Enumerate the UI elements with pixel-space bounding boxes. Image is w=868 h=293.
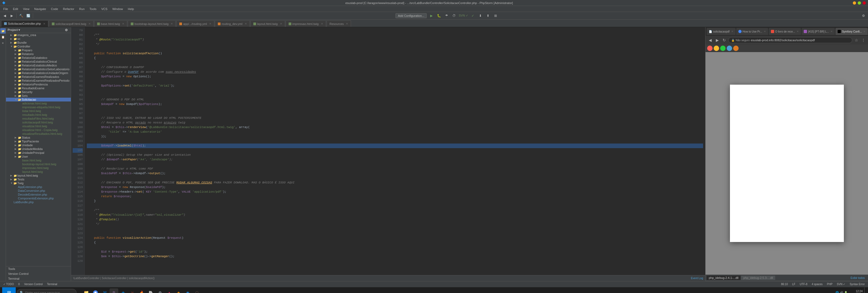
btn-green[interactable] bbox=[720, 46, 725, 51]
tab-close-btn[interactable]: ✕ bbox=[346, 22, 348, 25]
push-button[interactable]: ⬆ bbox=[485, 13, 491, 19]
browser-tab-415[interactable]: [415] [PT-BR] L... ✕ bbox=[802, 28, 835, 35]
tree-item-layout-twig[interactable]: layout.html.twig bbox=[6, 170, 71, 174]
browser-tab-close[interactable]: ✕ bbox=[863, 30, 866, 33]
close-button[interactable] bbox=[863, 1, 866, 5]
browser-forward-btn[interactable]: ▶ bbox=[714, 37, 720, 43]
debug-tab-1[interactable]: php_idebug-2.4.1-...dll bbox=[707, 276, 741, 280]
tree-item-imagens[interactable]: ▶📁imagens_crea bbox=[6, 33, 71, 37]
tab-close-btn[interactable]: ✕ bbox=[245, 22, 247, 25]
tree-item-resultado-html[interactable]: resultado.html.twig bbox=[6, 113, 71, 117]
browser-tab-close[interactable]: ✕ bbox=[831, 30, 833, 33]
btn-blue[interactable] bbox=[727, 46, 732, 51]
sidebar-version-control[interactable]: Version Control bbox=[6, 271, 71, 276]
run-button[interactable]: ▶ bbox=[428, 13, 434, 19]
show-desktop-btn[interactable] bbox=[864, 287, 866, 293]
debug-tab-2[interactable]: php_idebug-2.5.3-...dll bbox=[741, 276, 775, 280]
tree-item-user[interactable]: ▶📁User bbox=[6, 155, 71, 158]
menu-tools[interactable]: Tools bbox=[87, 7, 99, 11]
tab-resources[interactable]: Resources ✕ bbox=[327, 20, 351, 27]
browser-settings-btn[interactable]: ⋮ bbox=[860, 37, 866, 43]
minimize-button[interactable] bbox=[853, 1, 856, 5]
tree-item-vc[interactable]: ▶📁vc bbox=[6, 37, 71, 41]
tree-item-rel-medico[interactable]: ▶📁RelatorioEstatisticoMedico bbox=[6, 63, 71, 67]
menu-help[interactable]: Help bbox=[126, 7, 136, 11]
tree-item-base-twig[interactable]: base.html.twig bbox=[6, 158, 71, 162]
start-button[interactable]: ⊞ bbox=[2, 287, 16, 293]
taskbar-vscode-icon[interactable]: ◈ bbox=[119, 288, 127, 293]
tree-item-relatorio[interactable]: ▶📁Relatorio bbox=[6, 52, 71, 56]
tree-item-decode-extension[interactable]: DecodeExtension.php bbox=[6, 193, 71, 197]
taskbar-app9-icon[interactable]: ⚙ bbox=[156, 288, 164, 293]
btn-orange[interactable] bbox=[733, 46, 739, 51]
menu-navigate[interactable]: Navigate bbox=[32, 7, 48, 11]
tab-close-btn[interactable]: ✕ bbox=[209, 22, 211, 25]
tree-item-rel-clinica[interactable]: ▶📁RelatorioEstatisticoClinical bbox=[6, 60, 71, 63]
favorites-icon-tab[interactable]: ★ bbox=[0, 40, 6, 46]
browser-tab-close[interactable]: ✕ bbox=[797, 30, 799, 33]
maximize-button[interactable] bbox=[858, 1, 861, 5]
tab-solicitacao-controller[interactable]: SolicitacaoController.php ✕ bbox=[1, 20, 48, 27]
tree-item-impressao-etiqueta[interactable]: impressao-etiqueta.html.twig bbox=[6, 105, 71, 109]
taskbar-search[interactable]: 🔍 bbox=[17, 289, 76, 293]
profile-button[interactable]: ⏱ bbox=[451, 13, 457, 19]
tree-item-status[interactable]: ▶📁Status bbox=[6, 136, 71, 140]
taskbar-app7-icon[interactable]: 🔥 bbox=[137, 288, 146, 293]
status-terminal-btn[interactable]: Terminal bbox=[46, 283, 58, 286]
tab-bootstrap[interactable]: bootstrap-layout.html.twig ✕ bbox=[128, 20, 176, 27]
sidebar-terminal[interactable]: Terminal bbox=[6, 276, 71, 281]
tree-item-app-extension[interactable]: AppExtension.php bbox=[6, 185, 71, 189]
menu-code[interactable]: Code bbox=[49, 7, 60, 11]
address-bar[interactable]: 🔒 Não seguro esuslab-prod.info:8082/soli… bbox=[728, 37, 852, 43]
browser-reload-btn[interactable]: ↻ bbox=[721, 37, 727, 43]
tree-item-preparo[interactable]: ▶📁Preparo bbox=[6, 48, 71, 52]
taskbar-app10-icon[interactable]: ♦ bbox=[165, 288, 174, 293]
tab-base[interactable]: base.html.twig ✕ bbox=[94, 20, 127, 27]
taskbar-explorer-icon[interactable]: 📁 bbox=[82, 288, 91, 293]
search-input[interactable] bbox=[25, 291, 73, 293]
tab-close-btn[interactable]: ✕ bbox=[170, 22, 173, 25]
system-clock[interactable]: 12:24 25/08/2019 bbox=[849, 290, 863, 293]
taskbar-chrome-icon[interactable] bbox=[91, 288, 100, 293]
vcs-menu-button[interactable]: ⊞ bbox=[493, 13, 499, 19]
tree-item-solicitacaopdf[interactable]: solicitacaopdf.html.twig bbox=[6, 120, 71, 124]
menu-vcs[interactable]: VCS bbox=[99, 7, 110, 11]
menu-view[interactable]: View bbox=[21, 7, 32, 11]
tab-routing-dev[interactable]: routing_dev.yml ✕ bbox=[215, 20, 250, 27]
tree-item-security[interactable]: ▶📁Security bbox=[6, 90, 71, 94]
tree-item-adicionar[interactable]: adicionar.html.twig bbox=[6, 101, 71, 105]
tab-close-btn[interactable]: ✕ bbox=[280, 22, 282, 25]
tree-item-visualizar-resultados[interactable]: visualizarResultados.html.twig bbox=[6, 132, 71, 136]
sidebar-tools[interactable]: Tools bbox=[6, 266, 71, 271]
browser-tab-livro[interactable]: O livro de rece... ✕ bbox=[769, 28, 801, 35]
tab-close-btn[interactable]: ✕ bbox=[122, 22, 124, 25]
btn-yellow[interactable] bbox=[714, 46, 719, 51]
tree-item-controller[interactable]: ▼📂Controller bbox=[6, 45, 71, 48]
back-button[interactable]: ◀ bbox=[2, 13, 8, 19]
debug-button[interactable]: 🐛 bbox=[436, 13, 442, 19]
tab-routing[interactable]: app/.../routing.yml ✕ bbox=[176, 20, 214, 27]
sidebar-project-header[interactable]: Project ▾ ⚙ bbox=[6, 27, 71, 33]
tree-item-impressao-twig[interactable]: impressao.html.twig bbox=[6, 166, 71, 170]
tree-item-visualizar[interactable]: visualizar.html.twig bbox=[6, 124, 71, 128]
tab-close-btn[interactable]: ✕ bbox=[88, 22, 91, 25]
tree-item-listar[interactable]: listar.html.twig bbox=[6, 109, 71, 113]
browser-tab-symfony[interactable]: Symfony Confi... ✕ bbox=[835, 28, 868, 35]
tree-item-tipo-paciente[interactable]: ▶📁TipoPaciente bbox=[6, 140, 71, 143]
tab-solicitacaopdf[interactable]: solicitacaopdf.html.twig ✕ bbox=[49, 20, 94, 27]
update-button[interactable]: ⬇ bbox=[477, 13, 484, 19]
taskbar-app11-icon[interactable]: ★ bbox=[174, 288, 183, 293]
menu-run[interactable]: Run bbox=[77, 7, 87, 11]
taskbar-phpstorm-icon[interactable]: P bbox=[110, 288, 118, 293]
project-icon-tab[interactable]: 📁 bbox=[0, 28, 6, 34]
status-todo[interactable]: ✓ TODO bbox=[2, 283, 15, 286]
taskbar-outlook-icon[interactable]: ✉ bbox=[100, 288, 109, 293]
browser-tab-close[interactable]: ✕ bbox=[764, 30, 766, 33]
code-content[interactable]: /** * @Route("/solicitacaopdf") */ publi… bbox=[85, 27, 705, 275]
tree-item-bundle[interactable]: ▶📁Bundle bbox=[6, 41, 71, 45]
tree-item-bootstrap-twig[interactable]: bootstrap-layout.html.twig bbox=[6, 162, 71, 166]
tree-item-services[interactable]: ▶📁layout.html.twig bbox=[6, 174, 71, 177]
menu-window[interactable]: Window bbox=[110, 7, 125, 11]
tree-item-rel-exames[interactable]: ▶📁RelatorioExamesRealizados bbox=[6, 75, 71, 79]
tree-item-rel-pendencia[interactable]: ▶📁RelatorioPendencia bbox=[6, 83, 71, 86]
